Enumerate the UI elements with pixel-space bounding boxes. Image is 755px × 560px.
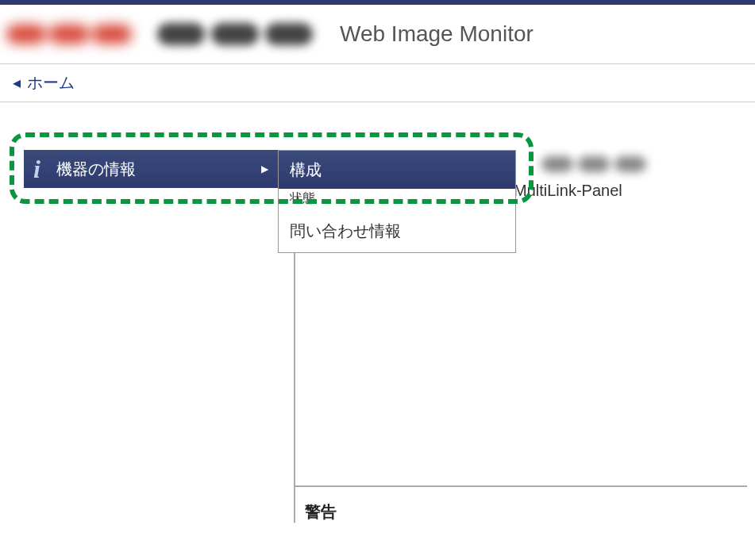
header: Web Image Monitor (0, 5, 755, 64)
app-title: Web Image Monitor (340, 21, 534, 47)
content-area: i 機器の情報 ▶ 構成 状態 問い合わせ情報 MultiLink-Panel … (0, 102, 755, 142)
panel-header-redacted (541, 156, 684, 180)
info-icon: i (33, 155, 40, 184)
submenu: 構成 状態 問い合わせ情報 (278, 150, 516, 253)
model-name-redacted (157, 18, 332, 50)
breadcrumb-home-link[interactable]: ホーム (27, 74, 75, 91)
warning-heading: 警告 (305, 501, 747, 523)
submenu-item-label: 問い合わせ情報 (290, 221, 401, 242)
menu-device-info-label: 機器の情報 (56, 159, 136, 180)
submenu-item-label: 構成 (290, 159, 322, 181)
submenu-item-label: 状態 (290, 190, 315, 207)
submenu-item-configuration[interactable]: 構成 (279, 151, 515, 189)
submenu-arrow-icon: ▶ (261, 163, 268, 175)
warning-section: 警告 (295, 485, 747, 523)
submenu-item-inquiry[interactable]: 問い合わせ情報 (279, 209, 515, 252)
breadcrumb: ◂ ホーム (0, 64, 755, 102)
brand-logo-redacted (6, 14, 149, 54)
menu-device-info[interactable]: i 機器の情報 ▶ (24, 150, 278, 188)
breadcrumb-arrow-icon: ◂ (13, 74, 21, 91)
submenu-item-status[interactable]: 状態 (279, 189, 515, 209)
